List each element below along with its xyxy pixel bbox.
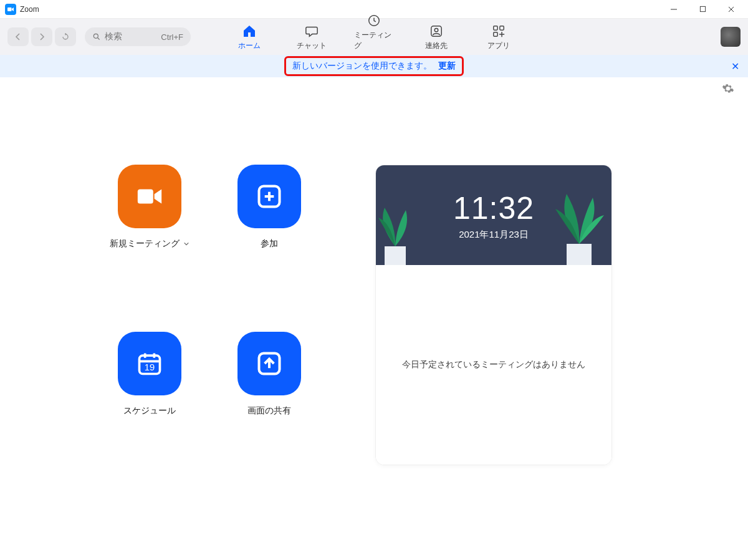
chevron-down-icon[interactable]	[183, 241, 189, 247]
svg-line-6	[98, 38, 100, 40]
tab-meetings[interactable]: ミーティング	[354, 12, 394, 55]
no-meetings-text: 今日予定されているミーティングはありません	[402, 359, 585, 370]
svg-rect-13	[138, 190, 153, 204]
close-button[interactable]	[717, 0, 746, 19]
action-grid: 新規ミーティング 参加 19 スケジュール	[100, 165, 319, 465]
clock-date: 2021年11月23日	[459, 229, 529, 241]
share-screen-icon	[256, 350, 283, 377]
subbar	[0, 77, 748, 102]
maximize-button[interactable]	[688, 0, 717, 19]
minimize-button[interactable]	[659, 0, 688, 19]
schedule-label: スケジュール	[123, 405, 176, 417]
calendar-panel: 11:32 2021年11月23日 今日予定されているミーティングはありません	[375, 165, 612, 465]
history-button[interactable]	[55, 27, 76, 46]
new-meeting-label: 新規ミーティング	[110, 238, 180, 249]
svg-rect-23	[385, 246, 406, 265]
zoom-logo-icon	[5, 4, 16, 15]
chat-icon	[304, 23, 320, 39]
panel-body: 今日予定されているミーティングはありません	[376, 265, 611, 465]
new-meeting-label-row: 新規ミーティング	[110, 238, 189, 249]
banner-close-icon[interactable]: ✕	[731, 60, 739, 72]
search-input[interactable]: 検索 Ctrl+F	[85, 27, 191, 46]
update-banner: 新しいバージョンを使用できます。 更新 ✕	[0, 55, 748, 77]
video-icon	[135, 182, 164, 211]
schedule-action: 19 スケジュール	[100, 332, 199, 465]
share-button[interactable]	[237, 332, 301, 395]
tab-home-label: ホーム	[238, 41, 261, 51]
svg-rect-11	[500, 26, 504, 30]
plant-decoration-icon	[375, 196, 417, 265]
tab-home[interactable]: ホーム	[229, 23, 269, 55]
new-meeting-action: 新規ミーティング	[100, 165, 199, 298]
tab-chat[interactable]: チャット	[292, 23, 332, 55]
toolbar: 検索 Ctrl+F ホーム チャット ミーティング 連絡先 アプリ	[0, 19, 748, 55]
svg-point-9	[434, 28, 438, 32]
new-meeting-button[interactable]	[118, 165, 181, 228]
share-label: 画面の共有	[247, 405, 291, 417]
svg-rect-24	[567, 244, 592, 265]
contacts-icon	[428, 23, 444, 39]
window-controls	[659, 0, 746, 19]
clock-icon	[366, 12, 382, 29]
avatar[interactable]	[721, 27, 741, 47]
panel-hero: 11:32 2021年11月23日	[376, 165, 611, 265]
svg-rect-12	[494, 32, 497, 36]
search-icon	[92, 32, 101, 41]
plant-decoration-icon	[549, 184, 605, 265]
join-button[interactable]	[237, 165, 301, 228]
update-banner-highlight: 新しいバージョンを使用できます。 更新	[284, 56, 464, 76]
tab-apps[interactable]: アプリ	[479, 23, 519, 55]
banner-message: 新しいバージョンを使用できます。	[292, 60, 432, 72]
svg-rect-0	[7, 7, 12, 11]
svg-text:19: 19	[145, 362, 155, 372]
banner-update-link[interactable]: 更新	[438, 60, 456, 72]
home-icon	[241, 23, 257, 39]
search-placeholder: 検索	[105, 31, 122, 42]
gear-icon	[722, 82, 734, 95]
forward-button[interactable]	[31, 27, 52, 46]
schedule-button[interactable]: 19	[118, 332, 181, 395]
tab-chat-label: チャット	[297, 41, 327, 51]
search-shortcut: Ctrl+F	[161, 32, 183, 42]
clock-time: 11:32	[453, 190, 534, 226]
tab-meetings-label: ミーティング	[354, 30, 394, 51]
tab-contacts-label: 連絡先	[425, 41, 448, 51]
main-content: 新規ミーティング 参加 19 スケジュール	[0, 102, 748, 465]
svg-rect-10	[494, 26, 497, 30]
apps-icon	[491, 23, 507, 39]
window-title: Zoom	[20, 5, 39, 14]
join-label: 参加	[261, 238, 278, 249]
calendar-icon: 19	[136, 350, 163, 377]
svg-rect-2	[700, 6, 705, 11]
settings-button[interactable]	[722, 82, 734, 97]
tab-contacts[interactable]: 連絡先	[416, 23, 456, 55]
svg-point-5	[94, 34, 98, 38]
share-action: 画面の共有	[219, 332, 319, 465]
tab-apps-label: アプリ	[487, 41, 510, 51]
nav-tabs: ホーム チャット ミーティング 連絡先 アプリ	[229, 19, 519, 55]
join-action: 参加	[219, 165, 319, 298]
plus-icon	[256, 183, 283, 210]
back-button[interactable]	[7, 27, 29, 46]
